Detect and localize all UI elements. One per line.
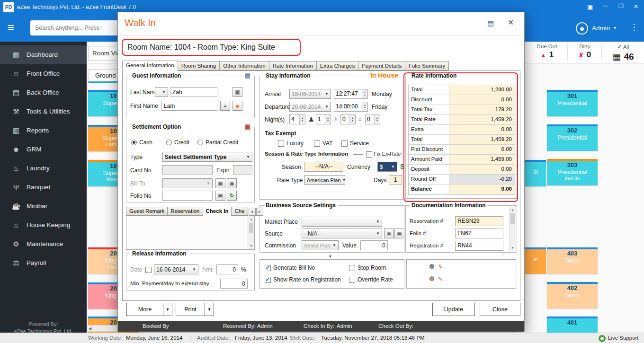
bill-to-edit-button[interactable]: ▣ — [227, 178, 237, 188]
guest-photo-icon[interactable]: ☻ — [428, 262, 436, 271]
guest-photo-button[interactable]: ☻ — [233, 101, 242, 111]
first-name-input[interactable] — [161, 101, 217, 111]
nights-spinner[interactable]: 4▲▼ — [289, 114, 305, 124]
stop-room-checkbox[interactable] — [349, 265, 355, 271]
business-source-collapse-icon[interactable]: ▾ — [329, 254, 331, 259]
min-payment-input[interactable] — [220, 279, 248, 289]
chevron-down-icon[interactable]: ▾ — [614, 25, 616, 30]
room-card-402[interactable]: 402 Twins — [547, 282, 598, 308]
scroll-left-icon[interactable]: ◀ — [89, 326, 91, 331]
commission-plan-dropdown[interactable]: Select Plan▼ — [302, 240, 339, 250]
add-guest-button[interactable]: + — [220, 101, 230, 111]
spinner-arrows[interactable]: ▲▼ — [299, 115, 305, 124]
room-card-fragment[interactable]: al — [525, 247, 546, 274]
tab-rate-information[interactable]: Rate Information — [269, 61, 317, 70]
tab-guest-remark[interactable]: Guest Remark — [126, 207, 168, 216]
release-date-checkbox[interactable] — [145, 267, 152, 273]
stat-all[interactable]: ✔ All ▦46 — [605, 44, 641, 62]
guest-lookup-button[interactable]: ▣ — [233, 87, 242, 97]
season-field[interactable]: --N/A-- — [304, 162, 343, 172]
close-button[interactable]: Close — [480, 303, 520, 316]
source-add-button[interactable]: ▣ — [394, 229, 404, 238]
commission-value-input[interactable] — [360, 240, 388, 250]
check-in-remark-textarea[interactable]: ▲▼ — [126, 216, 255, 250]
close-icon[interactable]: × — [634, 2, 638, 11]
currency-exchange-icon[interactable]: $ — [400, 162, 404, 170]
spinner-arrows[interactable]: ▲▼ — [362, 102, 367, 111]
spinner-arrows[interactable]: ▲▼ — [325, 115, 331, 124]
sidebar-item-minibar[interactable]: ☕Minibar — [0, 197, 87, 216]
cash-radio[interactable] — [131, 140, 137, 145]
days-field[interactable]: 1 — [389, 175, 402, 185]
room-card-fragment[interactable]: al — [525, 160, 546, 186]
settlement-icon[interactable]: ▦ — [244, 123, 251, 130]
sidebar-item-banquet[interactable]: ΨBanquet — [0, 178, 87, 197]
dialog-close-icon[interactable]: × — [508, 17, 514, 28]
extra-bed-spinner[interactable]: 0▲▼ — [365, 114, 380, 124]
arrival-time-spinner[interactable]: 12:27:47▲▼ — [334, 89, 368, 99]
fix-ex-rate-checkbox[interactable] — [366, 151, 372, 158]
reservation-number-field[interactable]: RESN29 — [455, 216, 503, 226]
live-support-label[interactable]: Live Support — [608, 335, 639, 341]
registration-number-field[interactable]: RN44 — [455, 241, 503, 251]
market-place-dropdown[interactable]: ▼ — [302, 217, 382, 227]
tab-check-out[interactable]: Che — [232, 207, 248, 216]
room-card-403[interactable]: 403 Twins — [547, 247, 598, 274]
sidebar-item-payroll[interactable]: ⚖Payroll — [0, 254, 87, 273]
scroll-thumb[interactable] — [510, 213, 515, 224]
edit-photo-icon[interactable]: ✎ — [438, 264, 443, 270]
credit-radio[interactable] — [166, 140, 172, 145]
kebab-menu-icon[interactable]: ⋮ — [630, 22, 639, 33]
print-dropdown-icon[interactable]: ▼ — [205, 303, 214, 316]
generate-bill-checkbox[interactable] — [265, 265, 271, 271]
children-spinner[interactable]: 0▲▼ — [340, 114, 356, 124]
departure-time-spinner[interactable]: 14:00:00▲▼ — [334, 102, 368, 112]
room-view-button[interactable]: Room View — [89, 46, 118, 61]
user-menu-label[interactable]: Admin — [592, 25, 610, 32]
release-amount-input[interactable] — [216, 264, 238, 274]
tab-payment-details[interactable]: Payment Details — [358, 61, 405, 70]
spinner-arrows[interactable]: ▲▼ — [374, 115, 380, 124]
scroll-up-icon[interactable]: ▲ — [510, 207, 515, 213]
tab-folio-summary[interactable]: Folio Summary — [405, 61, 449, 70]
tab-reservation[interactable]: Reservation — [168, 207, 203, 216]
override-rate-checkbox[interactable] — [349, 277, 355, 283]
spinner-arrows[interactable]: ▲▼ — [349, 115, 355, 124]
update-button[interactable]: Update — [432, 303, 475, 316]
remark-scrollbar[interactable]: ▲▼ — [248, 216, 254, 249]
guest-photo-icon[interactable]: ☻ — [428, 274, 436, 283]
tab-general-information[interactable]: General Information — [122, 61, 178, 71]
release-date-picker[interactable]: 16-06-2014▼ — [154, 264, 198, 274]
print-button[interactable]: Print — [176, 303, 205, 316]
more-dropdown-icon[interactable]: ▼ — [163, 303, 172, 316]
folio-lookup-button[interactable]: ▣ — [215, 191, 225, 201]
horizontal-scrollbar[interactable]: ◀ — [87, 325, 118, 332]
folio-number-field[interactable]: FN62 — [455, 229, 503, 238]
room-card-301[interactable]: 301 Presidential — [547, 90, 598, 116]
guest-card-icon[interactable]: ▤ — [487, 19, 494, 28]
room-card-302[interactable]: 302 Presidential — [547, 124, 598, 151]
tax-vat-checkbox[interactable] — [314, 141, 320, 147]
sidebar-item-tools-utilities[interactable]: ⚒Tools & Utilities — [0, 102, 87, 121]
scroll-up-icon[interactable]: ▲ — [249, 217, 254, 222]
source-lookup-button[interactable]: ▣ — [384, 229, 394, 238]
adults-spinner[interactable]: 1▲▼ — [316, 114, 331, 124]
maximize-icon[interactable]: ❐ — [618, 3, 624, 9]
minimize-icon[interactable]: – — [603, 1, 608, 10]
stat-dirty[interactable]: Dirty ✘0 — [571, 44, 599, 60]
sidebar-item-front-office[interactable]: ☺Front Office — [0, 64, 87, 83]
search-input[interactable] — [30, 20, 123, 35]
more-button[interactable]: More — [126, 303, 163, 316]
subtab-scroll-left-icon[interactable]: ◂ — [249, 208, 256, 216]
tab-other-information[interactable]: Other Information — [220, 61, 269, 70]
scroll-down-icon[interactable]: ▼ — [249, 243, 254, 249]
settlement-type-dropdown[interactable]: Select Settlement Type▼ — [162, 152, 252, 162]
folio-refresh-button[interactable]: ↻ — [227, 191, 237, 201]
sidebar-item-grm[interactable]: ☻GRM — [0, 140, 87, 159]
spinner-arrows[interactable]: ▲▼ — [362, 89, 367, 98]
subtab-scroll-right-icon[interactable]: ▸ — [256, 208, 263, 216]
tab-check-in[interactable]: Check In — [203, 207, 232, 216]
tab-room-sharing[interactable]: Room Sharing — [178, 61, 220, 70]
last-name-input[interactable] — [170, 87, 217, 97]
show-rate-checkbox[interactable] — [265, 277, 271, 283]
